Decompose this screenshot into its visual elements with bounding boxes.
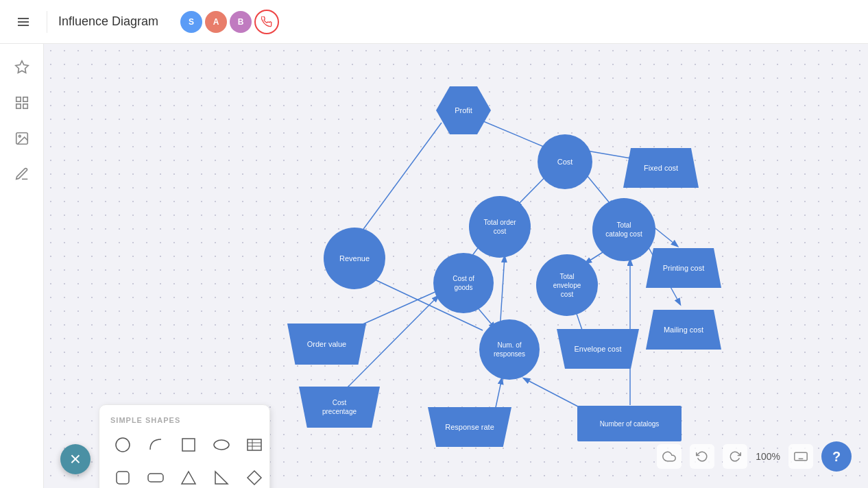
node-printing-cost[interactable]: Printing cost <box>646 248 721 288</box>
zoom-level: 100% <box>756 451 780 462</box>
page-title: Influence Diagram <box>58 14 158 29</box>
node-profit-label: Profit <box>455 106 472 115</box>
shapes-panel: SIMPLE SHAPES <box>99 404 270 488</box>
node-fixed-cost[interactable]: Fixed cost <box>623 148 699 188</box>
header-divider <box>47 11 47 33</box>
node-total-catalog-cost-label: Totalcatalog cost <box>605 221 642 239</box>
svg-rect-43 <box>148 474 163 482</box>
node-mailing-cost[interactable]: Mailing cost <box>646 310 721 350</box>
node-number-of-catalogs[interactable]: Number of catalogs <box>577 406 682 441</box>
call-button[interactable] <box>254 10 279 34</box>
cloud-icon <box>662 450 676 463</box>
node-num-responses[interactable]: Num. ofresponses <box>479 319 540 380</box>
svg-rect-36 <box>182 439 195 451</box>
node-cost-of-goods[interactable]: Cost ofgoods <box>433 253 494 313</box>
node-num-responses-label: Num. ofresponses <box>494 341 525 358</box>
keyboard-button[interactable] <box>788 444 813 469</box>
node-cost-of-goods-label: Cost ofgoods <box>453 274 474 292</box>
svg-point-9 <box>19 135 21 137</box>
redo-icon <box>729 450 741 463</box>
node-cost-percentage[interactable]: Costprecentage <box>299 387 380 428</box>
avatar-1: S <box>180 11 202 33</box>
fab-button[interactable]: × <box>60 444 91 474</box>
node-total-catalog-cost[interactable]: Totalcatalog cost <box>592 198 655 261</box>
node-cost[interactable]: Cost <box>538 134 592 189</box>
header: Influence Diagram S A B <box>0 0 868 44</box>
svg-rect-4 <box>16 97 20 101</box>
undo-icon <box>696 450 708 463</box>
svg-rect-38 <box>248 439 261 450</box>
collaborators: S A B <box>180 10 279 34</box>
avatar-3: B <box>230 11 252 33</box>
shape-right-triangle[interactable] <box>206 463 237 488</box>
svg-rect-7 <box>23 104 27 108</box>
shape-arc[interactable] <box>141 430 171 460</box>
menu-button[interactable] <box>11 10 36 34</box>
shape-rounded-square[interactable] <box>108 463 138 488</box>
svg-marker-3 <box>15 61 27 73</box>
svg-point-35 <box>116 438 130 452</box>
redo-button[interactable] <box>723 444 747 469</box>
shape-circle[interactable] <box>108 430 138 460</box>
node-total-envelope-cost-label: Totalenvelopecost <box>553 272 581 299</box>
svg-rect-42 <box>117 472 129 484</box>
sidebar-grid[interactable] <box>7 88 37 118</box>
node-mailing-cost-label: Mailing cost <box>664 325 703 334</box>
shape-square[interactable] <box>173 430 204 460</box>
node-response-rate[interactable]: Response rate <box>428 407 511 447</box>
node-order-value-label: Order value <box>307 339 346 349</box>
cloud-button[interactable] <box>657 444 682 469</box>
node-printing-cost-label: Printing cost <box>663 263 705 273</box>
shapes-section-label: SIMPLE SHAPES <box>99 405 269 430</box>
svg-rect-6 <box>16 104 20 108</box>
svg-marker-44 <box>182 472 195 484</box>
node-envelope-cost-label: Envelope cost <box>574 344 621 354</box>
node-revenue[interactable]: Revenue <box>324 228 385 289</box>
node-cost-percentage-label: Costprecentage <box>322 398 357 416</box>
svg-marker-46 <box>248 471 261 485</box>
bottom-bar: 100% ? <box>657 441 852 472</box>
image-icon <box>14 131 29 146</box>
sidebar-draw[interactable] <box>7 159 37 189</box>
node-envelope-cost[interactable]: Envelope cost <box>557 329 639 369</box>
svg-marker-45 <box>215 472 228 484</box>
shape-diamond[interactable] <box>239 463 269 488</box>
hamburger-icon <box>16 15 30 29</box>
svg-rect-5 <box>23 97 27 101</box>
shape-rounded-rect[interactable] <box>141 463 171 488</box>
undo-button[interactable] <box>690 444 714 469</box>
node-revenue-label: Revenue <box>339 254 370 263</box>
node-order-value[interactable]: Order value <box>287 324 366 365</box>
svg-point-37 <box>214 440 229 450</box>
phone-icon <box>261 16 272 27</box>
help-label: ? <box>832 449 841 465</box>
sidebar-shapes[interactable] <box>7 52 37 82</box>
fab-icon: × <box>70 450 81 469</box>
node-number-of-catalogs-label: Number of catalogs <box>600 419 660 428</box>
keyboard-icon <box>794 452 808 461</box>
node-total-order-cost-label: Total ordercost <box>483 218 516 236</box>
sidebar-image[interactable] <box>7 123 37 154</box>
avatar-2: A <box>205 11 227 33</box>
shape-ellipse[interactable] <box>206 430 237 460</box>
node-total-order-cost[interactable]: Total ordercost <box>469 196 531 258</box>
node-fixed-cost-label: Fixed cost <box>644 163 678 173</box>
node-cost-label: Cost <box>557 157 573 167</box>
shape-table[interactable] <box>239 430 269 460</box>
shapes-grid <box>99 430 269 488</box>
node-response-rate-label: Response rate <box>445 422 494 432</box>
left-sidebar <box>0 44 44 488</box>
grid-icon <box>14 95 29 110</box>
star-icon <box>14 60 29 75</box>
help-button[interactable]: ? <box>821 441 852 472</box>
draw-icon <box>14 167 29 182</box>
node-total-envelope-cost[interactable]: Totalenvelopecost <box>536 254 598 316</box>
shape-triangle[interactable] <box>173 463 204 488</box>
